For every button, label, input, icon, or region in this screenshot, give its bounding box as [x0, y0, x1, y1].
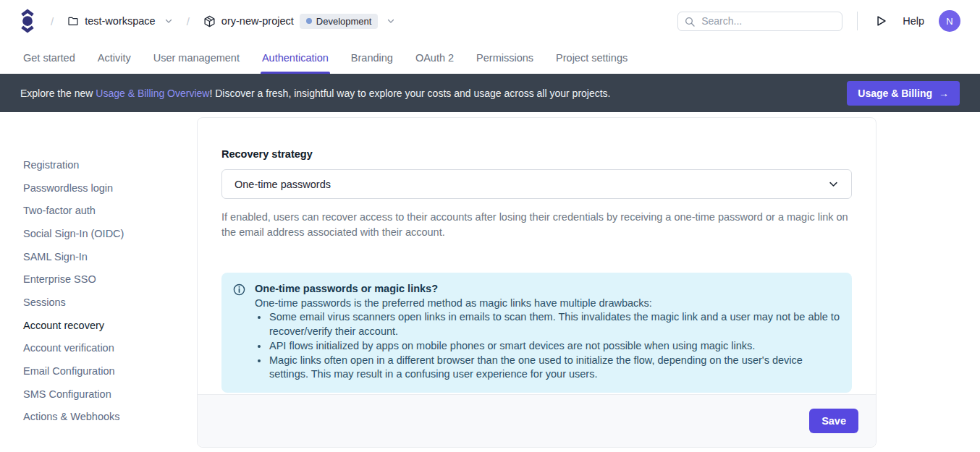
info-box: One-time passwords or magic links? One-t… [221, 273, 852, 393]
breadcrumb-project[interactable]: ory-new-project Development [203, 14, 396, 29]
info-bullet: Some email virus scanners open links in … [269, 310, 840, 338]
sidebar-item-two-factor-auth[interactable]: Two-factor auth [23, 199, 124, 222]
help-link[interactable]: Help [903, 15, 924, 27]
main-nav-tabs: Get startedActivityUser managementAuthen… [0, 42, 980, 74]
sidebar-item-actions-webhooks[interactable]: Actions & Webhooks [23, 406, 124, 429]
info-bullet-list: Some email virus scanners open links in … [255, 310, 840, 382]
tab-activity[interactable]: Activity [98, 42, 131, 74]
sidebar-item-sessions[interactable]: Sessions [23, 291, 124, 314]
folder-icon [67, 15, 79, 27]
tab-user-management[interactable]: User management [153, 42, 240, 74]
sidebar-item-social-sign-in-oidc[interactable]: Social Sign-In (OIDC) [23, 222, 124, 245]
section-title: Recovery strategy [221, 148, 852, 160]
banner-text: Explore the new Usage & Billing Overview… [20, 88, 611, 99]
arrow-right-icon: → [939, 88, 949, 99]
info-box-title: One-time passwords or magic links? [255, 282, 840, 297]
tab-project-settings[interactable]: Project settings [556, 42, 628, 74]
environment-badge: Development [300, 14, 379, 29]
sidebar-item-registration[interactable]: Registration [23, 153, 124, 176]
breadcrumb-workspace[interactable]: test-workspace [67, 15, 173, 27]
package-icon [203, 15, 216, 27]
content-area: RegistrationPasswordless loginTwo-factor… [0, 112, 980, 452]
play-icon[interactable] [872, 12, 891, 30]
sidebar-item-saml-sign-in[interactable]: SAML Sign-In [23, 245, 124, 268]
usage-billing-banner: Explore the new Usage & Billing Overview… [0, 74, 980, 112]
usage-billing-button[interactable]: Usage & Billing→ [847, 81, 960, 106]
search-box [677, 12, 842, 31]
chevron-down-icon [164, 17, 173, 25]
recovery-settings-card: Recovery strategy One-time passwords If … [197, 117, 876, 448]
tab-get-started[interactable]: Get started [23, 42, 75, 74]
settings-sidebar: RegistrationPasswordless loginTwo-factor… [23, 153, 124, 428]
tab-permissions[interactable]: Permissions [476, 42, 533, 74]
recovery-description: If enabled, users can recover access to … [221, 210, 852, 239]
sidebar-item-enterprise-sso[interactable]: Enterprise SSO [23, 268, 124, 291]
tab-branding[interactable]: Branding [351, 42, 393, 74]
project-name: ory-new-project [221, 15, 294, 27]
environment-label: Development [316, 16, 372, 27]
search-input[interactable] [677, 12, 842, 31]
banner-link[interactable]: Usage & Billing Overview [96, 88, 209, 99]
sidebar-item-account-recovery[interactable]: Account recovery [23, 314, 124, 337]
header-divider [857, 12, 858, 30]
select-value: One-time passwords [235, 179, 331, 190]
sidebar-item-passwordless-login[interactable]: Passwordless login [23, 176, 124, 200]
info-box-intro: One-time passwords is the preferred meth… [255, 297, 840, 311]
sidebar-item-account-verification[interactable]: Account verification [23, 337, 124, 360]
info-bullet: API flows initialized by apps on mobile … [269, 339, 840, 354]
info-icon [233, 283, 245, 296]
recovery-strategy-select[interactable]: One-time passwords [221, 169, 852, 199]
tab-oauth-2[interactable]: OAuth 2 [415, 42, 454, 74]
breadcrumb-separator: / [187, 15, 190, 27]
ory-logo-icon[interactable] [20, 7, 37, 35]
chevron-down-icon [828, 179, 839, 189]
card-footer: Save [198, 394, 876, 447]
save-button[interactable]: Save [809, 409, 858, 433]
sidebar-item-email-configuration[interactable]: Email Configuration [23, 359, 124, 383]
breadcrumb-separator: / [51, 15, 54, 27]
chevron-down-icon [386, 17, 395, 25]
environment-dot-icon [306, 18, 312, 24]
top-bar: / test-workspace / ory-new-project Devel… [0, 0, 980, 42]
info-bullet: Magic links often open in a different br… [269, 354, 840, 382]
search-icon [684, 16, 696, 27]
sidebar-item-sms-configuration[interactable]: SMS Configuration [23, 383, 124, 406]
workspace-name: test-workspace [85, 15, 156, 27]
avatar[interactable]: N [939, 10, 960, 32]
tab-authentication[interactable]: Authentication [262, 42, 329, 74]
